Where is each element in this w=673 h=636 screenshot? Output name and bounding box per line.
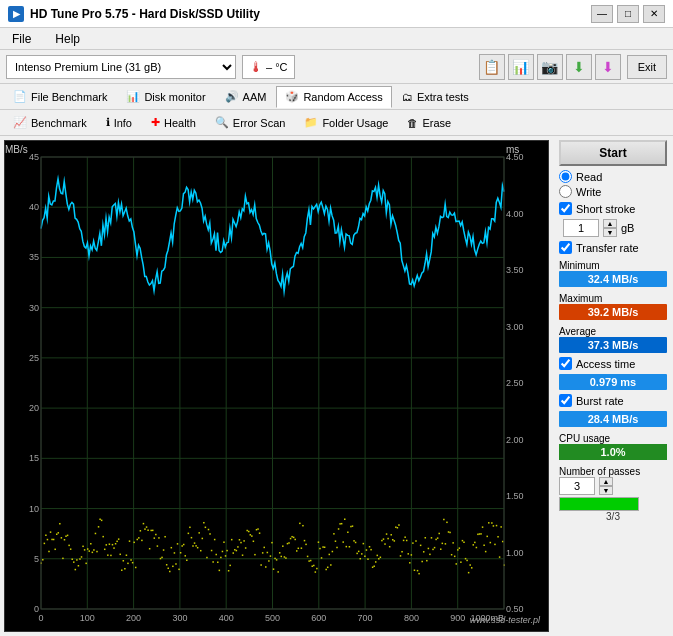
device-select[interactable]: Intenso Premium Line (31 gB) — [6, 55, 236, 79]
tab-benchmark-label: Benchmark — [31, 117, 87, 129]
start-button[interactable]: Start — [559, 140, 667, 166]
passes-row: ▲ ▼ — [559, 477, 667, 495]
maximum-section: Maximum 39.2 MB/s — [559, 291, 667, 320]
passes-input[interactable] — [559, 477, 595, 495]
maximum-label: Maximum — [559, 293, 667, 304]
toolbar-icons: 📋 📊 📷 ⬇ ⬇ — [479, 54, 621, 80]
maximize-button[interactable]: □ — [617, 5, 639, 23]
tab-aam-icon: 🔊 — [225, 90, 239, 103]
cpu-usage-value: 1.0% — [559, 444, 667, 460]
toolbar-btn-3[interactable]: 📷 — [537, 54, 563, 80]
tab-erase[interactable]: 🗑 Erase — [398, 112, 460, 134]
chart-container: www.ssd-tester.pl — [4, 140, 549, 632]
tab-error-scan-label: Error Scan — [233, 117, 286, 129]
read-radio[interactable] — [559, 170, 572, 183]
app-icon: ▶ — [8, 6, 24, 22]
tab-info[interactable]: ℹ Info — [97, 112, 141, 134]
close-button[interactable]: ✕ — [643, 5, 665, 23]
toolbar-btn-5[interactable]: ⬇ — [595, 54, 621, 80]
tab-erase-label: Erase — [422, 117, 451, 129]
title-bar-controls: — □ ✕ — [591, 5, 665, 23]
tab-extra-tests[interactable]: 🗂 Extra tests — [393, 86, 478, 108]
tab-health-icon: ✚ — [151, 116, 160, 129]
short-stroke-spin-row: ▲ ▼ gB — [563, 219, 667, 237]
cpu-usage-section: CPU usage 1.0% — [559, 431, 667, 460]
write-radio[interactable] — [559, 185, 572, 198]
tab-disk-monitor-icon: 📊 — [126, 90, 140, 103]
burst-rate-checkbox[interactable] — [559, 394, 572, 407]
menu-help[interactable]: Help — [51, 30, 84, 48]
burst-rate-checkbox-item[interactable]: Burst rate — [559, 394, 667, 407]
transfer-rate-checkbox[interactable] — [559, 241, 572, 254]
minimum-section: Minimum 32.4 MB/s — [559, 258, 667, 287]
cpu-usage-label: CPU usage — [559, 433, 667, 444]
tab-bar-2: 📈 Benchmark ℹ Info ✚ Health 🔍 Error Scan… — [0, 110, 673, 136]
average-value: 37.3 MB/s — [559, 337, 667, 353]
read-radio-item[interactable]: Read — [559, 170, 667, 183]
tab-folder-usage[interactable]: 📁 Folder Usage — [295, 112, 397, 134]
tab-aam[interactable]: 🔊 AAM — [216, 86, 276, 108]
average-label: Average — [559, 326, 667, 337]
tab-extra-tests-label: Extra tests — [417, 91, 469, 103]
tab-benchmark[interactable]: 📈 Benchmark — [4, 112, 96, 134]
exit-button[interactable]: Exit — [627, 55, 667, 79]
tab-file-benchmark[interactable]: 📄 File Benchmark — [4, 86, 116, 108]
transfer-rate-label: Transfer rate — [576, 242, 639, 254]
write-radio-item[interactable]: Write — [559, 185, 667, 198]
passes-section: Number of passes ▲ ▼ 3/3 — [559, 464, 667, 522]
passes-down[interactable]: ▼ — [599, 486, 613, 495]
passes-progress-bar — [559, 497, 639, 511]
tab-aam-label: AAM — [243, 91, 267, 103]
toolbar-btn-1[interactable]: 📋 — [479, 54, 505, 80]
passes-progress-fill — [560, 498, 638, 510]
tab-health[interactable]: ✚ Health — [142, 112, 205, 134]
transfer-rate-checkbox-item[interactable]: Transfer rate — [559, 241, 667, 254]
minimum-label: Minimum — [559, 260, 667, 271]
tab-info-label: Info — [114, 117, 132, 129]
tab-error-scan-icon: 🔍 — [215, 116, 229, 129]
short-stroke-input[interactable] — [563, 219, 599, 237]
temp-display: 🌡 – °C — [242, 55, 295, 79]
read-write-group: Read Write — [559, 170, 667, 198]
tab-disk-monitor-label: Disk monitor — [144, 91, 205, 103]
tab-file-benchmark-icon: 📄 — [13, 90, 27, 103]
short-stroke-down[interactable]: ▼ — [603, 228, 617, 237]
right-panel: Start Read Write Short stroke ▲ ▼ gB — [553, 136, 673, 636]
tab-folder-usage-icon: 📁 — [304, 116, 318, 129]
short-stroke-spinners: ▲ ▼ — [603, 219, 617, 237]
short-stroke-label: Short stroke — [576, 203, 635, 215]
tab-random-access-icon: 🎲 — [285, 90, 299, 103]
access-time-label: Access time — [576, 358, 635, 370]
minimize-button[interactable]: — — [591, 5, 613, 23]
access-time-checkbox-item[interactable]: Access time — [559, 357, 667, 370]
toolbar-btn-2[interactable]: 📊 — [508, 54, 534, 80]
tab-extra-tests-icon: 🗂 — [402, 91, 413, 103]
title-bar-left: ▶ HD Tune Pro 5.75 - Hard Disk/SSD Utili… — [8, 6, 260, 22]
tab-error-scan[interactable]: 🔍 Error Scan — [206, 112, 295, 134]
temp-value: – °C — [266, 61, 288, 73]
access-time-value: 0.979 ms — [559, 374, 667, 390]
passes-progress-label: 3/3 — [559, 511, 667, 522]
benchmark-chart — [5, 141, 548, 631]
access-time-checkbox[interactable] — [559, 357, 572, 370]
passes-up[interactable]: ▲ — [599, 477, 613, 486]
passes-label: Number of passes — [559, 466, 667, 477]
tab-random-access-label: Random Access — [303, 91, 382, 103]
short-stroke-up[interactable]: ▲ — [603, 219, 617, 228]
tab-info-icon: ℹ — [106, 116, 110, 129]
minimum-value: 32.4 MB/s — [559, 271, 667, 287]
menu-file[interactable]: File — [8, 30, 35, 48]
short-stroke-unit: gB — [621, 222, 634, 234]
toolbar: Intenso Premium Line (31 gB) 🌡 – °C 📋 📊 … — [0, 50, 673, 84]
tab-disk-monitor[interactable]: 📊 Disk monitor — [117, 86, 214, 108]
tab-random-access[interactable]: 🎲 Random Access — [276, 86, 391, 108]
app-icon-text: ▶ — [13, 9, 20, 19]
main-content: www.ssd-tester.pl Start Read Write Short… — [0, 136, 673, 636]
tab-erase-icon: 🗑 — [407, 117, 418, 129]
watermark: www.ssd-tester.pl — [470, 615, 540, 625]
average-section: Average 37.3 MB/s — [559, 324, 667, 353]
short-stroke-checkbox-item[interactable]: Short stroke — [559, 202, 667, 215]
toolbar-btn-4[interactable]: ⬇ — [566, 54, 592, 80]
read-label: Read — [576, 171, 602, 183]
short-stroke-checkbox[interactable] — [559, 202, 572, 215]
